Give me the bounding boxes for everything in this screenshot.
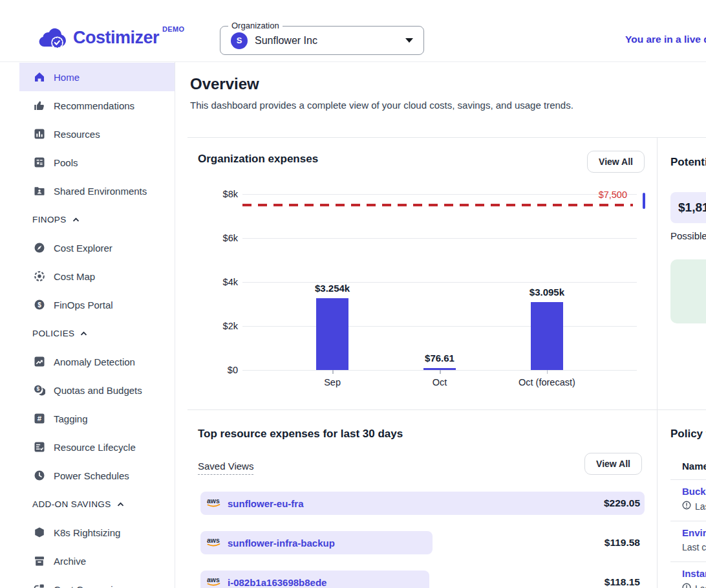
sidebar-item-label: Resource Lifecycle (54, 442, 136, 453)
organization-select[interactable]: Organization S Sunflower Inc (220, 26, 424, 55)
savings-amount: $1,811 (678, 201, 706, 215)
bar-chart-icon (34, 128, 45, 140)
expenses-card: Organization expenses View All $8k$6k$4k… (176, 138, 657, 409)
svg-text:$: $ (37, 301, 41, 309)
policy-row-environments: EnvironmentsLast check (670, 521, 706, 562)
svg-text:#: # (37, 415, 42, 422)
folder-user-icon (34, 185, 45, 197)
sidebar-item-recommendations[interactable]: Recommendations (19, 91, 175, 120)
budget-limit-label: $7,500 (599, 190, 627, 200)
resources-view-all-button[interactable]: View All (584, 453, 642, 475)
sidebar-item-pools[interactable]: Pools (19, 148, 175, 177)
compare-icon (34, 583, 45, 588)
demo-badge: DEMO (162, 25, 184, 33)
organization-avatar: S (231, 32, 248, 49)
compass-icon (34, 242, 45, 254)
policy-panel: Policy violations Name BucketsLast check… (658, 410, 706, 588)
chevron-up-icon (117, 499, 124, 509)
policy-name-link[interactable]: Environments (682, 527, 706, 538)
resource-name-link[interactable]: sunflower-infra-backup (228, 538, 335, 549)
sidebar-item-cost-comparison[interactable]: Cost Comparison (19, 575, 175, 588)
y-axis-tick-label: $6k (176, 233, 238, 243)
coins-icon: $ (34, 384, 45, 396)
sidebar-section-label: ADD-ON SAVINGS (32, 499, 111, 509)
trend-chart-icon (34, 356, 45, 367)
sidebar-item-tagging[interactable]: #Tagging (19, 404, 175, 433)
sidebar-section-finops[interactable]: FINOPS (0, 205, 175, 234)
live-demo-banner: You are in a live demo (625, 34, 706, 45)
dollar-circle-icon: $ (34, 299, 45, 310)
sidebar-item-resource-lifecycle[interactable]: Resource Lifecycle (19, 433, 175, 461)
x-axis-category-label: Oct (forecast) (519, 377, 575, 387)
sidebar-item-label: Recommendations (54, 100, 134, 111)
resource-expense-row: awssunflower-eu-fra$229.05 (200, 492, 645, 515)
checklist-icon (34, 441, 45, 453)
sidebar-section-add-on-savings[interactable]: ADD-ON SAVINGS (0, 490, 175, 518)
sidebar-item-cost-explorer[interactable]: Cost Explorer (19, 234, 175, 262)
sidebar-section-policies[interactable]: POLICIES (0, 319, 175, 347)
y-axis-tick-label: $4k (176, 277, 238, 287)
x-axis-category-label: Oct (433, 377, 447, 387)
potential-savings-panel: Potential savings $1,811 Possible monthl… (658, 138, 706, 409)
savings-caption: Possible monthly savings (670, 230, 706, 241)
sidebar-item-shared-environments[interactable]: Shared Environments (19, 177, 175, 205)
resource-row-content: awssunflower-eu-fra (206, 492, 304, 515)
sidebar-item-label: Tagging (54, 413, 88, 424)
organization-value: Sunflower Inc (255, 35, 317, 47)
sidebar-item-anomaly-detection[interactable]: Anomaly Detection (19, 347, 175, 376)
sidebar-item-label: Cost Comparison (54, 584, 129, 588)
policy-name-link[interactable]: Buckets (682, 486, 706, 497)
archive-box-icon (34, 555, 45, 567)
hash-icon: # (34, 413, 45, 424)
sidebar-item-label: Anomaly Detection (54, 356, 135, 367)
svg-text:aws: aws (207, 536, 220, 544)
saved-views-link[interactable]: Saved Views (198, 461, 253, 475)
aws-icon: aws (206, 536, 222, 550)
resource-name-link[interactable]: sunflower-eu-fra (228, 498, 304, 509)
sidebar-item-label: Resources (54, 129, 100, 140)
sidebar-item-resources[interactable]: Resources (19, 120, 175, 148)
policy-status-text: Last check (695, 583, 706, 588)
sidebar-item-label: Shared Environments (54, 186, 147, 197)
x-axis-tick (547, 370, 548, 374)
sidebar-item-finops-portal[interactable]: $FinOps Portal (19, 290, 175, 319)
budget-limit-line (242, 204, 633, 206)
sidebar-item-power-schedules[interactable]: Power Schedules (19, 461, 175, 490)
chevron-up-icon (72, 215, 80, 224)
policy-last-check: Last check (682, 501, 706, 512)
sidebar-item-label: Home (54, 72, 80, 83)
resource-name-link[interactable]: i-082b1a163698b8ede (228, 577, 326, 588)
bar-value-label: $3.095k (530, 287, 564, 298)
thumb-up-icon (34, 100, 45, 111)
y-axis-tick-label: $8k (176, 189, 238, 199)
policy-last-check: Last check (682, 583, 706, 588)
resource-expense-value: $119.58 (604, 537, 640, 549)
sidebar: HomeRecommendationsResourcesPoolsShared … (0, 62, 175, 588)
page-subtitle: This dashboard provides a complete view … (190, 100, 706, 111)
sidebar-item-label: Cost Explorer (54, 243, 112, 254)
chart-bar-sep[interactable] (316, 298, 348, 370)
policy-name-link[interactable]: Instances (682, 568, 706, 579)
svg-text:aws: aws (207, 497, 220, 505)
aws-icon: aws (206, 497, 222, 510)
x-axis-tick (332, 370, 334, 374)
scrollbar-thumb[interactable] (643, 193, 645, 209)
brand-name: Costimizer (73, 23, 159, 52)
sidebar-item-k8s-rightsizing[interactable]: K8s Rightsizing (19, 518, 175, 547)
dashboard-grid: Organization expenses View All $8k$6k$4k… (176, 137, 706, 588)
sidebar-item-cost-map[interactable]: Cost Map (19, 262, 175, 290)
sidebar-item-archive[interactable]: Archive (19, 547, 175, 575)
chart-bar-oct-forecast[interactable] (531, 302, 563, 370)
resource-expense-row: awssunflower-infra-backup$119.58 (200, 531, 645, 554)
y-axis-tick-label: $2k (176, 321, 238, 331)
globe-icon (34, 270, 45, 282)
expenses-view-all-button[interactable]: View All (587, 151, 645, 173)
chart-gridline (242, 194, 637, 195)
sidebar-item-home[interactable]: Home (19, 63, 175, 91)
chart-plot-area: $3.254kSep$76.61Oct$3.095kOct (forecast)… (242, 194, 637, 370)
brand-logo: Costimizer DEMO (37, 23, 184, 53)
cube-icon (34, 527, 45, 538)
sidebar-item-label: Pools (54, 157, 78, 168)
sidebar-item-quotas-and-budgets[interactable]: $Quotas and Budgets (19, 376, 175, 404)
app-header: Costimizer DEMO Organization S Sunflower… (0, 0, 706, 62)
